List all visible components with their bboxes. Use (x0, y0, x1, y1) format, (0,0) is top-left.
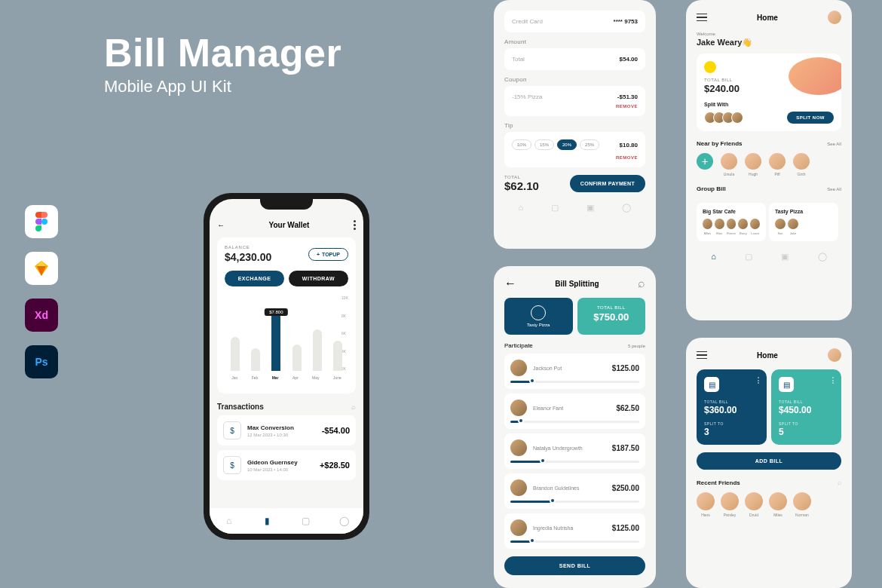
nav-bills-icon[interactable]: ▣ (586, 203, 594, 213)
nav-bills-icon[interactable]: ▢ (301, 516, 311, 526)
participant-card: Brandon Guidelines$250.00 (504, 473, 645, 509)
vendor-card: Tasty Pizza (504, 298, 573, 335)
friend-item[interactable]: Piff (769, 153, 786, 176)
group-card[interactable]: Tasty PizzaSueJake (769, 203, 838, 241)
tip-option[interactable]: 10% (512, 139, 531, 150)
tip-option[interactable]: 15% (534, 139, 554, 150)
bill-card: TOTAL BILL $240.00 Split With SPLIT NOW (697, 54, 841, 131)
tool-icons: Xd Ps (25, 205, 58, 378)
split-now-button[interactable]: SPLIT NOW (787, 112, 834, 124)
avatar[interactable] (828, 348, 841, 362)
wallet-title: Your Wallet (269, 221, 310, 229)
participant-card: Ingredia Nutrisha$125.00 (504, 513, 645, 549)
search-icon[interactable]: ⌕ (351, 403, 356, 411)
nav-profile-icon[interactable]: ◯ (339, 516, 350, 526)
phone-frame: ← Your Wallet BALANCE $4,230.00 + TOPUP … (204, 193, 369, 540)
transactions-title: Transactions (217, 403, 264, 411)
nav-home-icon[interactable]: ⌂ (224, 516, 234, 526)
friend-item[interactable]: Parsley (721, 492, 739, 517)
friend-item[interactable]: Hans (697, 492, 715, 517)
bottom-nav: ⌂ ▮ ▢ ◯ (210, 508, 363, 534)
hero-title: Bill Manager (104, 30, 341, 75)
figma-icon (25, 205, 58, 238)
friend-item[interactable]: Hugh (745, 153, 761, 176)
amount-slider[interactable] (510, 501, 639, 503)
participant-card: Natalya Undergrowth$187.50 (504, 433, 645, 469)
see-all-link[interactable]: See All (827, 187, 841, 191)
nav-wallet-icon[interactable]: ▢ (745, 252, 752, 262)
back-icon[interactable]: ← (217, 221, 225, 229)
nav-home-icon[interactable]: ⌂ (519, 203, 524, 213)
nav-profile-icon[interactable]: ◯ (818, 252, 827, 262)
nav-wallet-icon[interactable]: ▢ (551, 203, 559, 213)
total-bill-card: TOTAL BILL $750.00 (577, 298, 646, 335)
bill-splitting-screen: ← Bill Splitting ⌕ Tasty Pizza TOTAL BIL… (494, 266, 656, 588)
friend-item[interactable]: Miles (769, 492, 787, 517)
nav-profile-icon[interactable]: ◯ (622, 203, 631, 213)
withdraw-button[interactable]: WITHDRAW (289, 271, 348, 286)
friend-item[interactable]: Druid (745, 492, 763, 517)
see-all-link[interactable]: See All (827, 142, 841, 146)
confirm-payment-button[interactable]: CONFIRM PAYMENT (570, 175, 645, 192)
more-icon[interactable] (354, 220, 356, 230)
hero: Bill Manager Mobile App UI Kit (104, 30, 341, 96)
exchange-button[interactable]: EXCHANGE (225, 271, 284, 286)
back-icon[interactable]: ← (504, 277, 516, 290)
svg-point-0 (41, 219, 47, 225)
home-screen-2: Home ▤TOTAL BILL$360.00SPLIT TO3▤TOTAL B… (686, 338, 852, 588)
send-bill-button[interactable]: SEND BILL (504, 556, 645, 575)
wallet-screen: ← Your Wallet BALANCE $4,230.00 + TOPUP … (210, 199, 363, 534)
avatar[interactable] (828, 11, 841, 24)
home-screen-1: Home Welcome Jake Weary👋 TOTAL BILL $240… (686, 0, 852, 320)
xd-icon: Xd (25, 299, 58, 332)
bill-stat-card[interactable]: ▤TOTAL BILL$360.00SPLIT TO3 (697, 369, 767, 445)
checkout-screen: Credit Card**** 9753 Amount Total$54.00 … (494, 0, 656, 249)
balance-card: BALANCE $4,230.00 + TOPUP EXCHANGE WITHD… (217, 237, 356, 394)
friend-item[interactable]: Girth (793, 153, 810, 176)
remove-tip-button[interactable]: REMOVE (512, 155, 638, 160)
add-friend-button[interactable]: + (697, 153, 713, 170)
add-bill-button[interactable]: ADD BILL (697, 452, 841, 470)
nav-bills-icon[interactable]: ▣ (781, 252, 789, 262)
topup-button[interactable]: + TOPUP (308, 248, 348, 261)
balance-amount: $4,230.00 (225, 251, 271, 263)
friend-item[interactable]: Norman (793, 492, 811, 517)
balance-chart: 10K8K6K4K2K $7.800 JanFebMarAprMayJune (225, 296, 348, 386)
amount-slider[interactable] (510, 461, 639, 463)
amount-slider[interactable] (510, 421, 639, 423)
bill-stat-card[interactable]: ▤TOTAL BILL$450.00SPLIT TO5 (771, 369, 841, 445)
tip-option[interactable]: 25% (580, 139, 599, 150)
sketch-icon (25, 252, 58, 285)
tip-option[interactable]: 20% (557, 139, 577, 150)
nav-home-icon[interactable]: ⌂ (711, 252, 716, 262)
participant-card: Eleanor Fant$62.50 (504, 394, 645, 429)
transaction-item[interactable]: $Gideon Guernsey10 Mar 2023 • 14:00+$28.… (217, 450, 356, 480)
participant-card: Jackson Pot$125.00 (504, 354, 645, 389)
amount-slider[interactable] (510, 381, 639, 383)
menu-icon[interactable] (697, 351, 707, 360)
group-card[interactable]: Big Star CafeMilesElonFleeceBarryLance (697, 203, 766, 241)
menu-icon[interactable] (697, 14, 707, 22)
remove-coupon-button[interactable]: REMOVE (512, 104, 638, 109)
balance-label: BALANCE (225, 245, 271, 250)
hero-subtitle: Mobile App UI Kit (104, 77, 341, 96)
photoshop-icon: Ps (25, 345, 58, 378)
friend-item[interactable]: Ursula (721, 153, 737, 176)
transaction-item[interactable]: $Max Conversion12 Mar 2023 • 10:30-$54.0… (217, 415, 356, 446)
amount-slider[interactable] (510, 541, 639, 543)
search-icon[interactable]: ⌕ (638, 277, 645, 290)
nav-wallet-icon[interactable]: ▮ (262, 516, 273, 526)
search-icon[interactable]: ⌕ (838, 479, 841, 486)
